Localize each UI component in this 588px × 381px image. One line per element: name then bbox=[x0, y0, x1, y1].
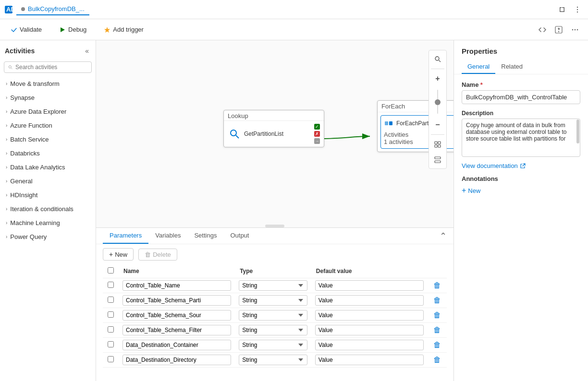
row-checkbox[interactable] bbox=[108, 297, 114, 303]
row-checkbox[interactable] bbox=[108, 311, 114, 318]
delete-param-button[interactable]: 🗑 Delete bbox=[138, 249, 177, 261]
sidebar: Activities « ›Move & transform›Synapse›A… bbox=[0, 40, 96, 381]
row-checkbox-cell bbox=[103, 353, 119, 368]
lookup-node[interactable]: Lookup GetPartitionList ✓ ✗ → bbox=[223, 110, 324, 147]
search-input[interactable] bbox=[15, 64, 87, 71]
sidebar-item-iteration-conditionals[interactable]: ›Iteration & conditionals bbox=[0, 202, 96, 216]
default-input[interactable] bbox=[315, 310, 424, 321]
chevron-icon: › bbox=[6, 234, 7, 239]
row-checkbox-cell bbox=[103, 338, 119, 353]
debug-button[interactable]: Debug bbox=[55, 24, 90, 35]
default-cell bbox=[311, 308, 428, 323]
delete-row-button[interactable]: 🗑 bbox=[431, 326, 443, 334]
name-input[interactable] bbox=[122, 340, 231, 350]
help-icon[interactable] bbox=[552, 24, 565, 36]
sidebar-item-hdinsight[interactable]: ›HDInsight bbox=[0, 188, 96, 202]
search-box bbox=[4, 61, 92, 73]
row-checkbox[interactable] bbox=[108, 282, 114, 288]
sidebar-item-databricks[interactable]: ›Databricks bbox=[0, 146, 96, 160]
type-cell: StringIntFloatBoolArrayObjectSecureStrin… bbox=[235, 278, 311, 293]
canvas-toolbar: + − bbox=[429, 50, 447, 169]
delete-row-button[interactable]: 🗑 bbox=[431, 356, 443, 364]
row-checkbox[interactable] bbox=[108, 341, 114, 347]
type-select[interactable]: StringIntFloatBoolArrayObjectSecureStrin… bbox=[239, 310, 307, 321]
row-checkbox-cell bbox=[103, 293, 119, 308]
zoom-in-btn[interactable]: + bbox=[431, 72, 444, 85]
pipeline-tab[interactable]: BulkCopyfromDB_... bbox=[16, 3, 89, 15]
th-type: Type bbox=[235, 264, 311, 278]
search-canvas-btn[interactable] bbox=[431, 52, 444, 66]
select-all-checkbox[interactable] bbox=[108, 267, 114, 274]
collapse-icon[interactable]: « bbox=[83, 45, 91, 57]
type-select[interactable]: StringIntFloatBoolArrayObjectSecureStrin… bbox=[239, 295, 307, 306]
delete-row-button[interactable]: 🗑 bbox=[431, 341, 443, 349]
sidebar-item-machine-learning[interactable]: ›Machine Learning bbox=[0, 216, 96, 230]
sidebar-item-move-transform[interactable]: ›Move & transform bbox=[0, 77, 96, 91]
svg-marker-5 bbox=[61, 27, 65, 32]
tab-variables[interactable]: Variables bbox=[148, 228, 187, 244]
adf-logo: ADF bbox=[5, 6, 12, 13]
nav-item-label: Databricks bbox=[10, 150, 39, 157]
delete-row-button[interactable]: 🗑 bbox=[431, 296, 443, 305]
sidebar-item-synapse[interactable]: ›Synapse bbox=[0, 91, 96, 105]
add-annotation-button[interactable]: + New bbox=[462, 186, 580, 195]
sidebar-item-azure-function[interactable]: ›Azure Function bbox=[0, 119, 96, 132]
activities-text: Activities 1 activities bbox=[384, 131, 413, 145]
add-trigger-label: Add trigger bbox=[113, 26, 144, 33]
code-icon[interactable] bbox=[536, 24, 549, 36]
default-input[interactable] bbox=[315, 325, 424, 335]
more-options-icon[interactable] bbox=[569, 24, 581, 36]
sidebar-item-power-query[interactable]: ›Power Query bbox=[0, 230, 96, 244]
pipeline-canvas[interactable]: Lookup GetPartitionList ✓ ✗ → bbox=[96, 40, 453, 227]
fit-view-btn[interactable] bbox=[431, 138, 444, 151]
type-select[interactable]: StringIntFloatBoolArrayObjectSecureStrin… bbox=[239, 280, 307, 291]
default-input[interactable] bbox=[315, 355, 424, 365]
sidebar-item-azure-data-explorer[interactable]: ›Azure Data Explorer bbox=[0, 105, 96, 119]
svg-text:ADF: ADF bbox=[6, 6, 12, 13]
type-select[interactable]: StringIntFloatBoolArrayObjectSecureStrin… bbox=[239, 340, 307, 350]
add-trigger-button[interactable]: Add trigger bbox=[100, 24, 147, 35]
zoom-out-btn[interactable]: − bbox=[431, 118, 444, 131]
sidebar-title: Activities bbox=[5, 47, 35, 55]
slider-thumb[interactable] bbox=[435, 99, 441, 105]
name-input[interactable] bbox=[122, 325, 231, 335]
tab-output[interactable]: Output bbox=[223, 228, 256, 244]
description-textarea[interactable]: Copy huge amount of data in bulk from da… bbox=[462, 119, 580, 157]
zoom-slider[interactable] bbox=[431, 87, 444, 116]
resize-handle[interactable] bbox=[265, 225, 284, 227]
type-select[interactable]: StringIntFloatBoolArrayObjectSecureStrin… bbox=[239, 325, 307, 335]
delete-row-button[interactable]: 🗑 bbox=[431, 311, 443, 320]
new-param-button[interactable]: + New bbox=[103, 248, 134, 261]
sidebar-item-batch-service[interactable]: ›Batch Service bbox=[0, 132, 96, 146]
row-checkbox[interactable] bbox=[108, 326, 114, 333]
name-input[interactable] bbox=[122, 295, 231, 306]
default-input[interactable] bbox=[315, 340, 424, 350]
default-input[interactable] bbox=[315, 280, 424, 291]
name-input[interactable] bbox=[122, 280, 231, 291]
more-icon[interactable] bbox=[572, 4, 583, 15]
tab-settings[interactable]: Settings bbox=[187, 228, 223, 244]
default-input[interactable] bbox=[315, 295, 424, 306]
name-cell bbox=[119, 278, 235, 293]
th-name: Name bbox=[119, 264, 235, 278]
sidebar-item-data-lake-analytics[interactable]: ›Data Lake Analytics bbox=[0, 160, 96, 174]
name-input[interactable] bbox=[122, 310, 231, 321]
type-select[interactable]: StringIntFloatBoolArrayObjectSecureStrin… bbox=[239, 355, 307, 365]
tab-related[interactable]: Related bbox=[495, 60, 528, 74]
bottom-panel-close[interactable]: ⌃ bbox=[440, 231, 447, 241]
sidebar-item-general[interactable]: ›General bbox=[0, 174, 96, 188]
row-checkbox[interactable] bbox=[108, 356, 114, 362]
name-input[interactable] bbox=[122, 355, 231, 365]
tab-general[interactable]: General bbox=[462, 60, 495, 74]
validate-button[interactable]: Validate bbox=[7, 24, 46, 35]
name-input[interactable] bbox=[462, 90, 580, 104]
new-label: New bbox=[115, 251, 127, 258]
grid-view-btn[interactable] bbox=[431, 153, 444, 167]
delete-cell: 🗑 bbox=[428, 308, 447, 323]
tab-parameters[interactable]: Parameters bbox=[103, 228, 148, 244]
view-doc-link[interactable]: View documentation bbox=[462, 162, 580, 169]
type-cell: StringIntFloatBoolArrayObjectSecureStrin… bbox=[235, 323, 311, 338]
delete-row-button[interactable]: 🗑 bbox=[431, 281, 443, 290]
expand-icon[interactable] bbox=[556, 4, 568, 15]
chevron-icon: › bbox=[6, 95, 7, 100]
